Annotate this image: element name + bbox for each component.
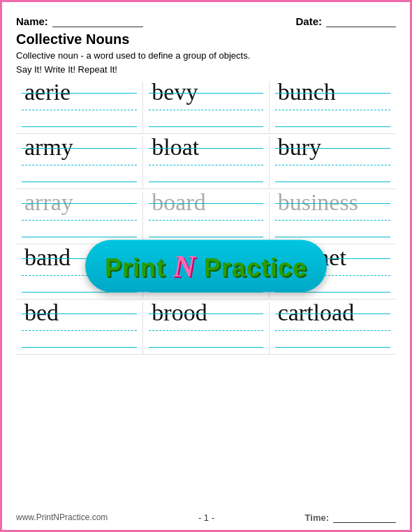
- page-title: Collective Nouns: [16, 31, 396, 47]
- cell-lines: brood: [149, 304, 263, 354]
- date-label: Date:: [295, 15, 322, 27]
- cell-lines: bevy: [149, 83, 263, 133]
- word-row-1: aerie bevy bunch: [16, 82, 396, 134]
- line-mid: [22, 220, 137, 221]
- line-mid: [22, 330, 137, 331]
- word-army: army: [24, 134, 73, 161]
- cell-lines: bury: [275, 138, 390, 189]
- line-mid: [149, 330, 263, 331]
- word-cell-brood: brood: [142, 302, 269, 354]
- worksheet-page: Name: Date: Collective Nouns Collective …: [0, 0, 412, 532]
- word-bury: bury: [278, 134, 321, 161]
- word-bevy: bevy: [152, 79, 198, 105]
- line-top: [275, 93, 390, 94]
- word-cell-bed: bed: [16, 302, 142, 354]
- line-top: [22, 313, 137, 314]
- header-row: Name: Date:: [16, 15, 396, 27]
- word-cell-bevy: bevy: [142, 82, 269, 133]
- line-bot: [149, 347, 263, 348]
- word-cell-cartload: cartload: [270, 302, 396, 354]
- line-top: [22, 93, 137, 94]
- cell-lines: bunch: [275, 83, 390, 133]
- word-bed: bed: [24, 300, 59, 326]
- footer-time: Time:: [305, 512, 396, 523]
- word-band: band: [24, 244, 71, 271]
- line-mid: [275, 330, 390, 331]
- word-cell-bunch: bunch: [270, 82, 396, 133]
- cell-lines: business: [275, 193, 390, 244]
- word-cell-aerie: aerie: [16, 82, 142, 133]
- line-mid: [149, 110, 263, 110]
- line-bot: [275, 237, 390, 237]
- footer-website: www.PrintNPractice.com: [16, 512, 108, 522]
- word-cell-board: board: [142, 192, 269, 244]
- subtitle-line2: Say It! Write It! Repeat It!: [16, 64, 396, 76]
- line-bot: [275, 292, 390, 293]
- line-bot: [22, 182, 137, 182]
- line-bot: [22, 292, 137, 293]
- cell-lines: cartload: [275, 304, 390, 354]
- line-top: [149, 148, 263, 149]
- name-label: Name:: [16, 15, 48, 27]
- words-grid: aerie bevy bunch: [16, 82, 396, 355]
- cell-lines: array: [22, 193, 137, 244]
- line-bot: [149, 182, 263, 182]
- line-mid: [149, 220, 263, 221]
- line-mid: [275, 110, 390, 110]
- line-bot: [275, 182, 390, 182]
- word-array: array: [24, 189, 73, 216]
- line-top: [149, 93, 263, 94]
- line-top: [22, 148, 137, 149]
- line-bot: [275, 126, 390, 127]
- logo-text: Print N Practice: [105, 253, 307, 282]
- word-cell-bloat: bloat: [142, 137, 269, 189]
- word-bunch: bunch: [278, 79, 336, 105]
- line-bot: [275, 347, 390, 348]
- line-mid: [275, 165, 390, 165]
- line-top: [275, 313, 390, 314]
- line-mid: [275, 220, 390, 221]
- word-board: board: [152, 189, 205, 216]
- footer: www.PrintNPractice.com - 1 - Time:: [16, 512, 396, 523]
- cell-lines: board: [149, 193, 263, 244]
- name-field: Name:: [16, 15, 143, 27]
- line-mid: [22, 110, 137, 110]
- line-bot: [149, 237, 263, 237]
- time-label: Time:: [305, 512, 329, 523]
- line-bot: [149, 126, 263, 127]
- word-cell-array: array: [16, 192, 142, 244]
- date-underline: [326, 15, 396, 27]
- word-cell-business: business: [270, 192, 396, 244]
- line-top: [149, 203, 263, 204]
- subtitle-line1: Collective noun - a word used to define …: [16, 50, 396, 62]
- logo-print: Print: [105, 253, 173, 282]
- word-cell-army: army: [16, 137, 142, 189]
- word-business: business: [278, 189, 358, 216]
- line-bot: [22, 347, 137, 348]
- word-row-3: array board business: [16, 192, 396, 244]
- cell-lines: aerie: [22, 83, 137, 133]
- logo-overlay: Print N Practice: [85, 240, 327, 293]
- logo-practice: Practice: [196, 253, 307, 282]
- word-aerie: aerie: [24, 79, 71, 105]
- time-underline: [333, 512, 396, 523]
- line-top: [22, 203, 137, 204]
- cell-lines: bloat: [149, 138, 263, 189]
- line-top: [149, 313, 263, 314]
- cell-lines: bed: [22, 304, 137, 354]
- footer-page: - 1 -: [198, 512, 214, 523]
- word-brood: brood: [152, 300, 207, 326]
- word-cell-bury: bury: [270, 137, 396, 189]
- logo-n: N: [173, 249, 196, 283]
- line-bot: [22, 237, 137, 237]
- line-bot: [22, 126, 137, 127]
- line-mid: [22, 165, 137, 165]
- word-row-5: bed brood cartload: [16, 302, 396, 355]
- word-row-2: army bloat bury: [16, 137, 396, 189]
- date-field: Date:: [295, 15, 396, 27]
- word-cartload: cartload: [278, 300, 355, 326]
- line-bot: [149, 292, 263, 293]
- line-mid: [149, 165, 263, 165]
- cell-lines: army: [22, 138, 137, 189]
- line-top: [275, 203, 390, 204]
